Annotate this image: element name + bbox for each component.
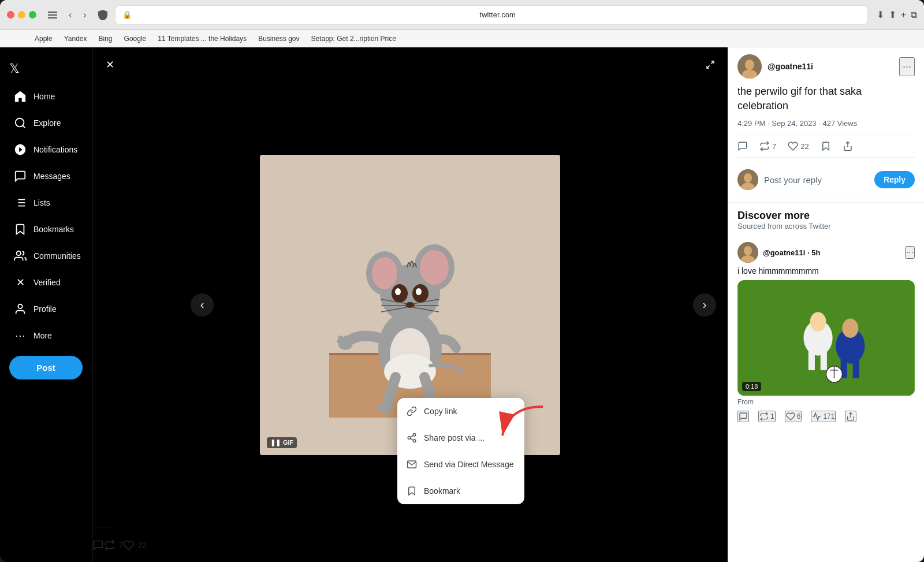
discover-section: Discover more Sourced from across Twitte… — [728, 202, 924, 434]
discover-like-button[interactable]: 6 — [785, 411, 802, 422]
expand-media-button[interactable] — [700, 54, 721, 75]
reply-input[interactable]: Post your reply — [764, 175, 869, 185]
bookmark-menu-icon — [407, 486, 417, 496]
context-menu-copy-link[interactable]: Copy link — [397, 398, 524, 425]
minimize-button[interactable] — [18, 11, 25, 18]
next-media-button[interactable]: › — [693, 293, 716, 317]
right-panel: @goatne11i ··· the perwilo gif for that … — [728, 47, 924, 562]
svg-line-45 — [410, 436, 413, 437]
svg-point-48 — [745, 59, 754, 70]
bookmark-setapp[interactable]: Setapp: Get 2...ription Price — [311, 35, 396, 43]
sidebar-item-messages[interactable]: Messages — [5, 164, 87, 188]
media-viewer-inner: ✕ ‹ — [92, 47, 728, 562]
previous-media-button[interactable]: ‹ — [191, 293, 214, 317]
svg-line-44 — [410, 438, 413, 440]
bookmarks-bar: Apple Yandex Bing Google 11 Templates ..… — [0, 30, 924, 47]
discover-subtitle: Sourced from across Twitter — [737, 222, 915, 230]
discover-retweet-button[interactable]: 1 — [758, 411, 776, 422]
browser-window: ‹ › 🔒 twitter.com ⬇ ⬆ + ⧉ Apple Yandex B… — [0, 0, 924, 562]
svg-point-60 — [810, 312, 826, 332]
sidebar-item-notifications[interactable]: Notifications — [5, 137, 87, 162]
profile-icon — [14, 303, 27, 315]
svg-point-41 — [413, 434, 416, 437]
tweet-author-row: @goatne11i ··· — [737, 54, 915, 79]
tweet-more-button[interactable]: ··· — [899, 57, 915, 76]
url-bar[interactable]: 🔒 twitter.com — [116, 6, 867, 24]
bookmark-templates[interactable]: 11 Templates ... the Holidays — [158, 35, 247, 43]
sidebar-item-verified[interactable]: ✕ Verified — [5, 270, 87, 295]
discover-title: Discover more — [737, 210, 915, 222]
svg-point-27 — [416, 288, 422, 295]
svg-point-52 — [744, 173, 752, 183]
discover-reply-button[interactable] — [737, 411, 749, 422]
retweet-action-button[interactable]: 7 — [759, 141, 776, 151]
messages-icon — [14, 170, 27, 183]
reply-box: Post your reply Reply — [737, 165, 915, 195]
sidebar-item-communities[interactable]: Communities — [5, 244, 87, 268]
sidebar-item-explore[interactable]: Explore — [5, 111, 87, 135]
bookmark-apple[interactable]: Apple — [35, 35, 53, 43]
share-button[interactable]: ⬆ — [889, 9, 896, 20]
sidebar-nav: Home Explore Notifications — [0, 83, 92, 349]
bookmark-google[interactable]: Google — [124, 35, 147, 43]
discover-share-button[interactable] — [845, 411, 856, 422]
context-menu-share-post[interactable]: Share post via ... — [397, 425, 524, 451]
reply-action-button[interactable] — [737, 141, 748, 151]
svg-line-12 — [711, 61, 714, 64]
svg-point-21 — [372, 257, 397, 289]
discover-like-count: 6 — [797, 412, 801, 420]
link-icon — [407, 406, 417, 416]
sidebar-toggle-button[interactable] — [44, 9, 61, 21]
direct-message-icon — [407, 459, 417, 470]
context-menu-send-dm[interactable]: Send via Direct Message — [397, 451, 524, 478]
share-action-button[interactable] — [843, 141, 853, 151]
lists-icon — [14, 196, 27, 209]
forward-button[interactable]: › — [80, 8, 90, 23]
tweet-views-label: Views — [837, 119, 857, 128]
url-text: twitter.com — [135, 10, 860, 19]
verified-icon: ✕ — [14, 276, 27, 289]
svg-point-10 — [17, 251, 21, 255]
bookmark-bing[interactable]: Bing — [99, 35, 113, 43]
twitter-sidebar: 𝕏 Home Explore — [0, 47, 92, 562]
reply-button[interactable]: Reply — [874, 171, 915, 188]
like-action-button[interactable]: 22 — [788, 141, 808, 151]
discover-more-button[interactable]: ··· — [905, 246, 915, 259]
explore-icon — [14, 117, 27, 129]
tweet-actions: 7 22 — [737, 135, 915, 158]
svg-point-38 — [344, 336, 349, 340]
discover-retweet-count: 1 — [770, 412, 774, 420]
tweet-time: 4:29 PM · Sep 24, 2023 — [737, 119, 817, 128]
maximize-button[interactable] — [29, 11, 36, 18]
sidebar-item-bookmarks[interactable]: Bookmarks — [5, 217, 87, 241]
sidebar-item-more[interactable]: ⋯ More — [5, 323, 87, 348]
bookmark-business[interactable]: Business gov — [258, 35, 299, 43]
svg-rect-1 — [48, 14, 57, 16]
bookmark-action-button[interactable] — [821, 141, 831, 151]
pause-icon: ❚❚ — [270, 439, 281, 446]
discover-tweet-header: @goatne11i · 5h ··· — [737, 242, 915, 263]
download-button[interactable]: ⬇ — [877, 9, 884, 20]
context-menu: Copy link Share post via ... — [397, 398, 524, 504]
discover-views-button[interactable]: 171 — [811, 411, 836, 422]
discover-tweet-avatar — [737, 242, 758, 263]
sidebar-item-lists[interactable]: Lists — [5, 191, 87, 215]
discover-tweet-author: @goatne11i · 5h — [763, 248, 900, 257]
more-icon: ⋯ — [14, 329, 27, 342]
sidebar-item-home[interactable]: Home — [5, 84, 87, 109]
sidebar-item-profile[interactable]: Profile — [5, 297, 87, 321]
svg-point-64 — [842, 319, 858, 338]
post-button[interactable]: Post — [9, 356, 83, 379]
tweet-display-name: @goatne11i — [767, 62, 893, 71]
close-button[interactable] — [7, 11, 14, 18]
shield-icon — [95, 7, 111, 23]
context-menu-bookmark[interactable]: Bookmark — [397, 478, 524, 504]
new-tab-button[interactable]: + — [901, 10, 906, 20]
back-button[interactable]: ‹ — [65, 8, 75, 23]
close-media-button[interactable]: ✕ — [99, 54, 120, 75]
tabs-button[interactable]: ⧉ — [911, 10, 917, 20]
browser-actions: ⬇ ⬆ + ⧉ — [877, 9, 917, 20]
bookmark-yandex[interactable]: Yandex — [64, 35, 87, 43]
gif-label: GIF — [283, 439, 293, 446]
svg-point-39 — [377, 404, 394, 413]
